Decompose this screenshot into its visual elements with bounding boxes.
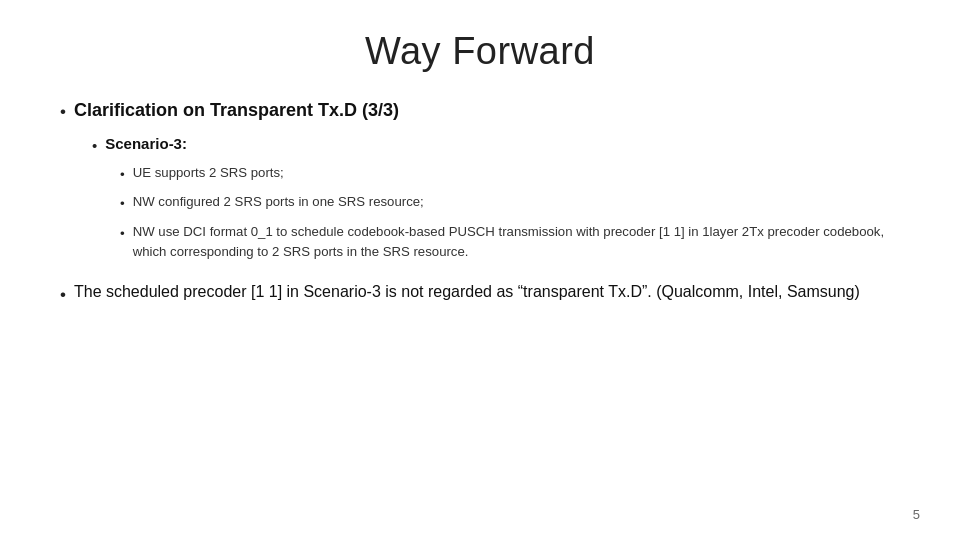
level3-text-2: NW configured 2 SRS ports in one SRS res…	[133, 192, 424, 212]
level1-item-1: • Clarification on Transparent Tx.D (3/3…	[60, 97, 900, 262]
slide: Way Forward • Clarification on Transpare…	[0, 0, 960, 540]
level2-bullet-1: •	[92, 135, 97, 158]
level3-bullet-1: •	[120, 165, 125, 185]
level2-block-1: • Scenario-3: • UE supports 2 SRS ports;…	[92, 133, 900, 263]
level3-text-3: NW use DCI format 0_1 to schedule codebo…	[133, 222, 900, 263]
page-number: 5	[913, 507, 920, 522]
level3-item-2: • NW configured 2 SRS ports in one SRS r…	[120, 192, 900, 214]
level3-item-3: • NW use DCI format 0_1 to schedule code…	[120, 222, 900, 263]
level1-label-1: Clarification on Transparent Tx.D (3/3)	[74, 97, 399, 124]
level3-bullet-3: •	[120, 224, 125, 244]
bottom-bullet-icon: •	[60, 282, 66, 308]
slide-title: Way Forward	[60, 30, 900, 73]
level1-header-1: • Clarification on Transparent Tx.D (3/3…	[60, 97, 900, 125]
level2-header-1: • Scenario-3:	[92, 133, 900, 158]
level3-bullet-2: •	[120, 194, 125, 214]
slide-content: • Clarification on Transparent Tx.D (3/3…	[60, 97, 900, 308]
bottom-bullet-text: The scheduled precoder [1 1] in Scenario…	[74, 280, 860, 304]
level1-bullet-1: •	[60, 99, 66, 125]
level2-label-1: Scenario-3:	[105, 133, 187, 156]
level3-text-1: UE supports 2 SRS ports;	[133, 163, 284, 183]
level3-block-1: • UE supports 2 SRS ports; • NW configur…	[120, 163, 900, 262]
bottom-bullet-item: • The scheduled precoder [1 1] in Scenar…	[60, 280, 900, 308]
level3-item-1: • UE supports 2 SRS ports;	[120, 163, 900, 185]
